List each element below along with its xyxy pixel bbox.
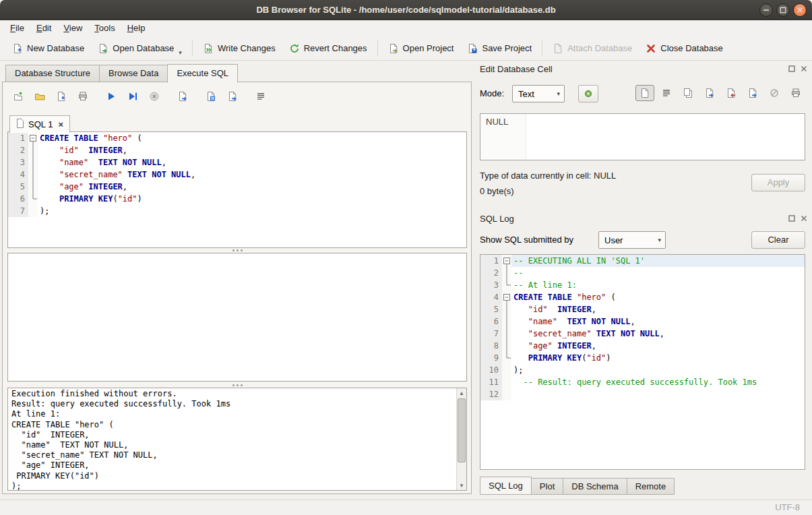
line-number: 5 xyxy=(8,181,28,193)
cell-editor-box[interactable]: NULL xyxy=(480,113,805,160)
execution-output-pane[interactable]: Execution finished without errors. Resul… xyxy=(7,388,467,491)
code-text: "id" INTEGER, xyxy=(511,303,805,315)
code-text: "name" TEXT NOT NULL, xyxy=(38,156,466,169)
menu-view[interactable]: View xyxy=(57,20,88,36)
maximize-button[interactable] xyxy=(776,3,790,17)
close-database-button[interactable]: Close Database xyxy=(639,38,730,59)
mode-select[interactable]: Text ▾ xyxy=(512,85,565,102)
tab-db-schema[interactable]: DB Schema xyxy=(563,478,627,495)
revert-changes-button[interactable]: Revert Changes xyxy=(282,38,374,59)
export-sql-icon xyxy=(227,91,238,102)
open-sql-file-button[interactable] xyxy=(31,88,49,104)
save-as-button[interactable] xyxy=(700,85,719,101)
import-button[interactable] xyxy=(722,85,741,101)
cell-value: NULL xyxy=(486,117,508,127)
chevron-down-icon: ▾ xyxy=(658,237,661,243)
menu-tools[interactable]: Tools xyxy=(88,20,121,36)
sql-editor-tab[interactable]: SQL 1 × xyxy=(9,115,70,133)
open-database-button[interactable]: Open Database▾ xyxy=(91,38,189,59)
menu-edit[interactable]: Edit xyxy=(30,20,57,36)
vertical-scrollbar[interactable]: ▲ ▼ xyxy=(456,388,466,490)
sql-tab-bar: SQL 1 × xyxy=(9,114,70,132)
word-wrap-icon xyxy=(255,91,266,102)
close-button[interactable] xyxy=(793,3,807,17)
scroll-down-icon[interactable]: ▼ xyxy=(457,481,466,490)
cell-apply-button-icon[interactable] xyxy=(578,85,598,102)
splitter-handle[interactable] xyxy=(7,383,467,388)
chevron-down-icon: ▾ xyxy=(557,90,560,97)
edit-cell-header: Edit Database Cell xyxy=(480,63,553,75)
new-database-button[interactable]: New Database xyxy=(5,38,91,59)
revert-icon xyxy=(289,43,300,54)
execute-sql-panel: SQL 1 × 1CREATE TABLE "hero" (2 "id" INT… xyxy=(2,82,472,494)
window-title: DB Browser for SQLite - /home/user/code/… xyxy=(0,0,812,20)
tab-remote[interactable]: Remote xyxy=(627,478,675,495)
set-null-button[interactable] xyxy=(765,85,784,101)
fold-marker xyxy=(502,279,511,291)
line-number: 4 xyxy=(480,291,502,303)
float-icon[interactable] xyxy=(787,64,797,73)
sql-log-controls: Show SQL submitted by User ▾ Clear xyxy=(480,231,805,249)
open-sql-file-icon xyxy=(34,91,45,102)
code-line: 10); xyxy=(480,364,805,376)
float-icon[interactable] xyxy=(787,214,797,223)
save-results-button[interactable] xyxy=(174,88,191,104)
save-project-button[interactable]: Save Project xyxy=(460,38,538,59)
apply-button[interactable]: Apply xyxy=(751,174,805,191)
code-line: 1CREATE TABLE "hero" ( xyxy=(8,132,466,144)
menu-file[interactable]: File xyxy=(4,20,30,36)
edit-cell-dock-icons xyxy=(787,64,809,73)
scroll-up-icon[interactable]: ▲ xyxy=(457,388,466,398)
line-number: 3 xyxy=(8,156,28,169)
tab-browse-data[interactable]: Browse Data xyxy=(99,65,168,82)
tab-close-icon[interactable]: × xyxy=(58,119,63,129)
splitter-handle[interactable] xyxy=(7,248,467,253)
close-icon[interactable] xyxy=(799,64,809,73)
print-cell-button[interactable] xyxy=(786,85,805,101)
execute-current-line-icon xyxy=(127,91,138,102)
execute-all-icon xyxy=(106,91,117,102)
main-toolbar: New DatabaseOpen Database▾Write ChangesR… xyxy=(0,36,812,61)
copy-button[interactable] xyxy=(679,85,697,101)
fold-marker xyxy=(28,144,38,156)
word-wrap-button[interactable] xyxy=(252,88,270,104)
fold-marker[interactable] xyxy=(28,132,38,144)
toolbar-label: Open Project xyxy=(403,43,454,53)
write-changes-button[interactable]: Write Changes xyxy=(196,38,282,59)
minimize-button[interactable] xyxy=(759,3,773,17)
tab-plot[interactable]: Plot xyxy=(531,478,563,495)
code-text: -- EXECUTING ALL IN 'SQL 1' xyxy=(511,255,805,267)
clear-button[interactable]: Clear xyxy=(751,231,805,249)
print-button[interactable] xyxy=(74,88,92,104)
line-number: 5 xyxy=(480,303,502,315)
dropdown-arrow-icon[interactable]: ▾ xyxy=(179,49,182,59)
sql-editor[interactable]: 1CREATE TABLE "hero" (2 "id" INTEGER,3 "… xyxy=(7,131,467,248)
close-icon[interactable] xyxy=(799,214,809,223)
scrollbar-thumb[interactable] xyxy=(458,398,466,462)
line-number: 10 xyxy=(480,364,502,376)
log-filter-select[interactable]: User ▾ xyxy=(598,231,666,249)
sql-log-view[interactable]: 1-- EXECUTING ALL IN 'SQL 1'2--3-- At li… xyxy=(480,254,805,470)
word-wrap-button[interactable] xyxy=(657,85,676,101)
tab-execute-sql[interactable]: Execute SQL xyxy=(167,64,238,83)
execute-current-line-button[interactable] xyxy=(124,88,142,104)
titlebar[interactable]: DB Browser for SQLite - /home/user/code/… xyxy=(0,0,812,20)
tab-sql-log[interactable]: SQL Log xyxy=(480,477,532,495)
new-tab-button[interactable] xyxy=(9,88,27,104)
export-csv-icon xyxy=(206,91,216,102)
open-project-button[interactable]: Open Project xyxy=(381,38,461,59)
menu-help[interactable]: Help xyxy=(121,20,152,36)
export-sql-button[interactable] xyxy=(224,88,241,104)
fold-marker[interactable] xyxy=(502,291,511,303)
line-number: 6 xyxy=(8,193,28,205)
execute-all-button[interactable] xyxy=(102,88,120,104)
export-button[interactable] xyxy=(743,85,762,101)
toolbar-label: Revert Changes xyxy=(304,43,367,53)
code-text: "id" INTEGER, xyxy=(38,144,466,156)
fold-marker[interactable] xyxy=(502,255,511,267)
save-sql-file-button[interactable] xyxy=(53,88,70,104)
cell-type-info: Type of data currently in cell: NULL xyxy=(480,171,616,181)
export-csv-button[interactable] xyxy=(202,88,220,104)
text-mode-button[interactable] xyxy=(635,85,654,101)
tab-database-structure[interactable]: Database Structure xyxy=(5,65,100,82)
